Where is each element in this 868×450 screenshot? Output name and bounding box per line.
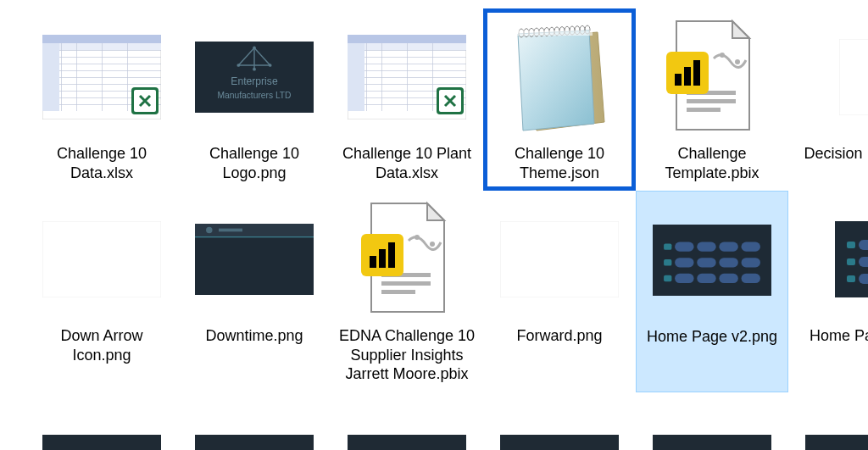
partial-row (0, 435, 868, 450)
partial-thumb[interactable] (348, 435, 466, 450)
svg-rect-89 (500, 221, 619, 297)
partial-thumb[interactable] (195, 435, 314, 450)
file-label: EDNA Challenge 10 Supplier Insights Jarr… (335, 326, 479, 384)
svg-rect-120 (847, 258, 855, 265)
file-item[interactable]: Challenge 10 Theme.json (483, 8, 636, 191)
partial-thumb[interactable] (42, 435, 161, 450)
svg-rect-77 (195, 236, 314, 237)
svg-rect-15 (127, 43, 128, 111)
svg-rect-91 (675, 242, 693, 252)
svg-text:Enterprise: Enterprise (231, 75, 278, 87)
svg-rect-101 (719, 274, 737, 283)
file-thumbnail-icon (653, 197, 771, 324)
svg-point-67 (720, 53, 725, 58)
file-label: Challenge 10 Theme.json (488, 144, 631, 182)
file-thumbnail-icon (500, 14, 619, 141)
svg-rect-105 (664, 275, 671, 281)
file-thumbnail-icon (348, 14, 466, 141)
file-item[interactable]: Challenge Template.pbix (636, 8, 788, 191)
svg-rect-104 (664, 259, 671, 265)
svg-rect-44 (407, 43, 408, 111)
file-thumbnail-icon (195, 196, 314, 323)
file-item[interactable]: Challenge 10 Plant Data.xlsx (331, 8, 483, 191)
svg-rect-94 (742, 242, 760, 252)
svg-point-68 (735, 59, 740, 64)
file-thumbnail-icon (653, 14, 771, 141)
file-item[interactable]: Decision Icon.png (788, 8, 868, 191)
svg-rect-119 (847, 242, 855, 248)
file-item[interactable]: Forward.png (483, 191, 636, 392)
svg-rect-99 (675, 274, 693, 283)
file-item[interactable]: Home Page.png (788, 191, 868, 392)
svg-rect-81 (381, 281, 431, 286)
svg-rect-103 (664, 243, 671, 249)
svg-rect-86 (370, 256, 376, 268)
file-item[interactable]: Downtime.png (178, 191, 331, 392)
partial-thumb[interactable] (805, 435, 868, 450)
svg-point-26 (269, 64, 272, 67)
file-thumbnail-icon (805, 196, 868, 323)
svg-rect-71 (684, 67, 691, 86)
svg-rect-79 (219, 229, 242, 232)
svg-point-27 (253, 68, 256, 71)
partial-thumb[interactable] (500, 435, 619, 450)
file-thumbnail-icon: Enterprise Manufacturers LTD (195, 14, 314, 141)
file-label: Challenge 10 Data.xlsx (30, 144, 174, 182)
svg-rect-43 (381, 43, 382, 111)
svg-rect-121 (847, 275, 855, 282)
svg-point-24 (253, 47, 256, 50)
svg-rect-1 (42, 35, 161, 43)
svg-rect-93 (719, 242, 737, 252)
svg-rect-31 (348, 35, 466, 43)
svg-rect-16 (42, 43, 59, 111)
svg-rect-100 (697, 274, 715, 283)
svg-rect-82 (381, 290, 415, 294)
svg-text:Manufacturers LTD: Manufacturers LTD (218, 91, 292, 100)
file-item[interactable]: Enterprise Manufacturers LTD Challenge 1… (178, 8, 331, 191)
svg-rect-45 (432, 43, 433, 111)
file-label: Forward.png (516, 326, 602, 346)
svg-rect-95 (675, 258, 693, 267)
partial-thumb[interactable] (653, 435, 771, 450)
svg-rect-63 (516, 31, 593, 36)
svg-rect-42 (366, 43, 367, 111)
svg-point-78 (206, 227, 212, 233)
file-label: Home Page.png (810, 326, 868, 346)
svg-rect-87 (379, 249, 386, 268)
svg-rect-46 (348, 43, 364, 111)
svg-rect-14 (102, 43, 103, 111)
svg-point-25 (236, 64, 240, 67)
file-label: Challenge 10 Plant Data.xlsx (335, 144, 479, 182)
file-item[interactable]: Challenge 10 Data.xlsx (25, 8, 178, 191)
file-item[interactable]: EDNA Challenge 10 Supplier Insights Jarr… (331, 191, 483, 392)
file-thumbnail-icon (42, 14, 161, 141)
file-label: Challenge Template.pbix (640, 144, 784, 182)
svg-rect-98 (742, 258, 760, 267)
svg-rect-72 (693, 60, 700, 86)
file-label: Downtime.png (205, 326, 303, 346)
file-label: Decision Icon.png (804, 144, 868, 164)
svg-rect-88 (388, 242, 395, 268)
svg-rect-76 (195, 224, 314, 236)
svg-point-83 (415, 235, 420, 240)
svg-rect-102 (742, 274, 760, 283)
file-item[interactable]: Down Arrow Icon.png (25, 191, 178, 392)
svg-rect-96 (697, 258, 715, 267)
svg-point-84 (430, 242, 435, 247)
file-thumbnail-icon (42, 196, 161, 323)
svg-rect-12 (61, 43, 62, 111)
svg-rect-13 (76, 43, 77, 111)
svg-rect-70 (675, 74, 682, 86)
file-thumbnail-icon (805, 14, 868, 141)
file-thumbnail-icon (348, 196, 466, 323)
svg-rect-65 (687, 99, 736, 103)
file-thumbnail-icon (500, 196, 619, 323)
file-grid: Challenge 10 Data.xlsx Enterprise Manufa… (0, 0, 868, 392)
file-label: Home Page v2.png (647, 327, 777, 347)
file-item[interactable]: Home Page v2.png (636, 191, 788, 392)
file-label: Challenge 10 Logo.png (182, 144, 326, 182)
svg-rect-92 (697, 242, 715, 252)
svg-rect-74 (42, 221, 161, 297)
svg-rect-66 (687, 108, 721, 112)
svg-rect-97 (719, 258, 737, 267)
